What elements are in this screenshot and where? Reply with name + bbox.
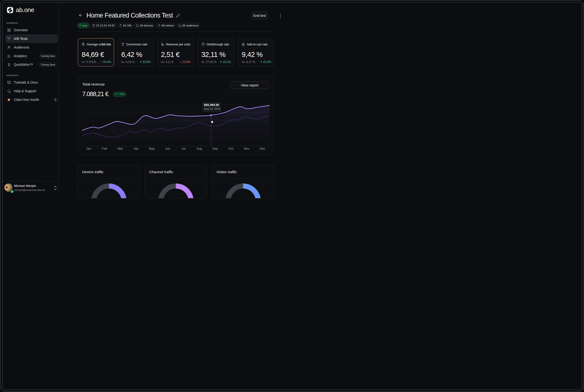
svg-text:Jun: Jun xyxy=(165,147,170,150)
svg-text:Jul: Jul xyxy=(181,147,186,150)
svg-text:Jan: Jan xyxy=(86,147,91,150)
svg-text:Oct: Oct xyxy=(228,147,233,150)
svg-text:Apr: Apr xyxy=(134,147,139,150)
svg-text:May: May xyxy=(149,147,155,150)
svg-text:Dec: Dec xyxy=(260,147,265,150)
svg-text:Nov: Nov xyxy=(244,147,249,150)
svg-text:Sep: Sep xyxy=(212,147,218,150)
svg-text:Aug: Aug xyxy=(196,147,202,150)
svg-text:Feb: Feb xyxy=(102,147,107,150)
svg-text:Mar: Mar xyxy=(118,147,123,150)
